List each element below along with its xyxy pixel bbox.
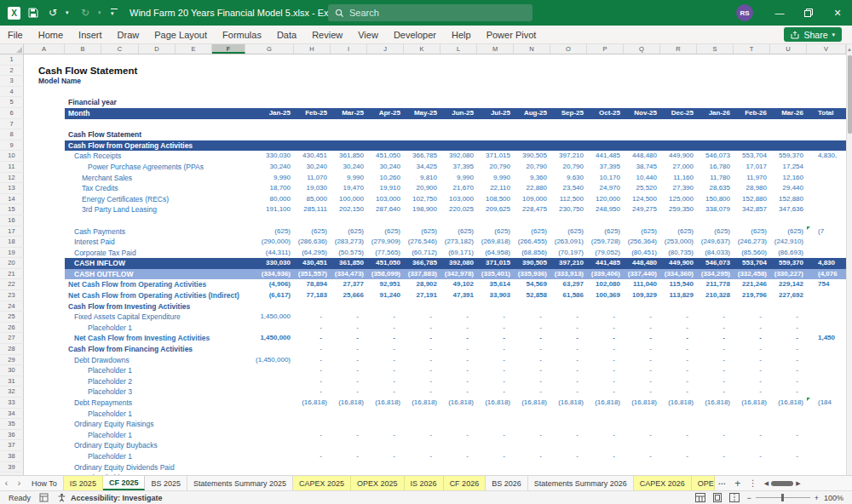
cell[interactable]: (625) — [660, 226, 697, 238]
cell[interactable]: 220,025 — [440, 204, 477, 215]
cell[interactable]: (16,818) — [587, 398, 624, 409]
cell[interactable]: - — [367, 430, 404, 441]
row-number-9[interactable]: 9 — [0, 140, 24, 152]
cell[interactable]: - — [660, 387, 697, 398]
cell[interactable]: (330,227) — [770, 269, 807, 280]
zoom-in-button[interactable]: + — [815, 494, 819, 502]
cell[interactable]: (625) — [294, 226, 331, 238]
cell[interactable] — [770, 87, 807, 98]
cell[interactable]: Sep-25 — [550, 108, 587, 119]
cell[interactable]: 113,829 — [660, 290, 697, 301]
cell[interactable]: - — [770, 365, 807, 376]
cell[interactable] — [477, 419, 514, 430]
cell[interactable]: - — [624, 312, 660, 323]
cell[interactable] — [697, 129, 734, 140]
row-label[interactable]: Cash Payments — [65, 226, 245, 238]
column-header-K[interactable]: K — [404, 44, 440, 54]
cell[interactable] — [245, 97, 294, 108]
cell[interactable] — [624, 472, 660, 475]
cell[interactable]: 211,778 — [697, 279, 734, 290]
cell[interactable]: 30,240 — [294, 162, 331, 173]
cell[interactable]: 227,692 — [770, 290, 807, 301]
cell[interactable] — [660, 472, 697, 475]
cell[interactable]: 27,377 — [331, 279, 367, 290]
cell[interactable] — [245, 54, 294, 66]
cell[interactable] — [294, 440, 331, 451]
cell[interactable]: Feb-25 — [294, 108, 331, 119]
cell[interactable] — [440, 119, 477, 130]
cell[interactable]: 559,370 — [770, 258, 807, 269]
cell[interactable] — [697, 87, 734, 98]
cell[interactable]: - — [367, 365, 404, 376]
cell[interactable]: - — [734, 312, 770, 323]
ribbon-tab-draw[interactable]: Draw — [110, 26, 147, 43]
cell[interactable] — [245, 472, 294, 475]
cell[interactable] — [660, 215, 697, 226]
cell[interactable]: 451,050 — [367, 258, 404, 269]
cell[interactable] — [440, 215, 477, 226]
row-number-12[interactable]: 12 — [0, 173, 24, 184]
cell[interactable]: Apr-25 — [367, 108, 404, 119]
cell[interactable]: - — [550, 323, 587, 334]
cell[interactable] — [697, 66, 734, 77]
total-cell[interactable] — [807, 194, 846, 205]
cell[interactable]: (351,557) — [294, 269, 331, 280]
cell[interactable]: 209,625 — [477, 204, 514, 215]
total-cell[interactable]: (184 — [807, 398, 846, 409]
cell[interactable]: - — [697, 430, 734, 441]
cell[interactable]: 202,150 — [331, 204, 367, 215]
total-cell[interactable] — [807, 173, 846, 184]
row-label[interactable]: Placeholder 1 — [65, 430, 245, 441]
cell[interactable]: (70,197) — [550, 248, 587, 259]
cell[interactable]: 77,183 — [294, 290, 331, 301]
cell[interactable] — [624, 76, 660, 87]
cell[interactable] — [770, 76, 807, 87]
cell[interactable]: 546,073 — [697, 258, 734, 269]
cell[interactable]: - — [624, 333, 660, 344]
cell[interactable]: - — [734, 365, 770, 376]
cell[interactable]: 221,246 — [734, 279, 770, 290]
cell[interactable]: 23,540 — [550, 183, 587, 194]
row-label[interactable] — [65, 66, 245, 77]
cell[interactable]: 20,790 — [550, 162, 587, 173]
cell[interactable] — [367, 472, 404, 475]
cell[interactable] — [624, 140, 660, 152]
cell[interactable] — [550, 215, 587, 226]
ribbon-tab-insert[interactable]: Insert — [71, 26, 110, 43]
cell-a3[interactable]: Model Name — [24, 76, 65, 87]
cell[interactable]: - — [440, 323, 477, 334]
cell[interactable] — [245, 344, 294, 355]
normal-view-icon[interactable] — [695, 493, 705, 502]
cell-a4[interactable] — [24, 87, 65, 98]
cell[interactable] — [440, 419, 477, 430]
cell[interactable] — [440, 76, 477, 87]
tab-nav-right-icon[interactable]: › — [13, 476, 26, 490]
row-label[interactable]: Placeholder 3 — [65, 387, 245, 398]
sheet-tab-is-2026[interactable]: IS 2026 — [405, 476, 444, 490]
cell[interactable]: - — [404, 344, 440, 355]
row-label[interactable]: Corporate Tax Paid — [65, 248, 245, 259]
cell[interactable]: 111,040 — [624, 279, 660, 290]
cell[interactable]: 347,636 — [770, 204, 807, 215]
cell[interactable] — [550, 129, 587, 140]
cell[interactable] — [294, 54, 331, 66]
cell-a24[interactable] — [24, 301, 65, 312]
cell[interactable]: - — [624, 365, 660, 376]
cell[interactable] — [514, 140, 550, 152]
cell[interactable] — [770, 66, 807, 77]
cell[interactable]: 25,666 — [331, 290, 367, 301]
cell[interactable]: - — [440, 365, 477, 376]
cell[interactable]: 35,614 — [477, 279, 514, 290]
cell[interactable] — [404, 462, 440, 473]
cell[interactable]: 430,451 — [294, 258, 331, 269]
row-number-13[interactable]: 13 — [0, 183, 24, 194]
cell-a39[interactable] — [24, 462, 65, 473]
cell[interactable] — [245, 76, 294, 87]
cell-a13[interactable] — [24, 183, 65, 194]
cell[interactable]: - — [294, 312, 331, 323]
ribbon-tab-review[interactable]: Review — [304, 26, 350, 43]
row-label[interactable]: CASH OUTFLOW — [65, 269, 245, 280]
page-break-view-icon[interactable] — [729, 493, 740, 502]
cell[interactable]: - — [404, 333, 440, 344]
cell[interactable]: - — [550, 333, 587, 344]
